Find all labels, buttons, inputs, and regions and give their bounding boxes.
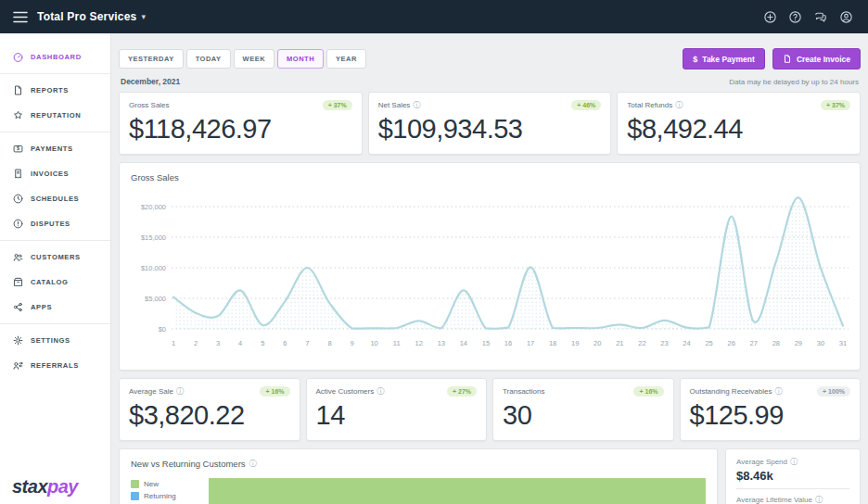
svg-text:29: 29 bbox=[795, 339, 802, 347]
sidebar-item-referrals[interactable]: REFERRALS bbox=[0, 353, 110, 378]
sidebar-item-settings[interactable]: SETTINGS bbox=[0, 328, 110, 353]
info-icon[interactable]: ⓘ bbox=[413, 102, 420, 109]
reports-icon bbox=[12, 84, 24, 96]
gross-sales-line-chart: $0$5,000$10,000$15,000$20,00012345678910… bbox=[131, 183, 849, 368]
svg-text:22: 22 bbox=[638, 339, 645, 347]
disputes-icon bbox=[12, 218, 24, 230]
change-badge: + 27% bbox=[447, 386, 477, 397]
invoices-icon bbox=[12, 168, 24, 180]
svg-text:$15,000: $15,000 bbox=[141, 233, 166, 242]
add-circle-icon[interactable] bbox=[763, 10, 777, 24]
sidebar-item-payments[interactable]: $ PAYMENTS bbox=[0, 136, 110, 161]
sidebar-divider bbox=[0, 132, 110, 132]
sidebar-item-customers[interactable]: CUSTOMERS bbox=[0, 245, 110, 270]
dollar-icon: $ bbox=[693, 55, 697, 64]
gross-sales-chart-card: Gross Sales $0$5,000$10,000$15,000$20,00… bbox=[119, 162, 861, 371]
payments-icon: $ bbox=[12, 143, 24, 155]
sidebar-divider bbox=[0, 323, 110, 324]
change-badge: + 100% bbox=[817, 386, 850, 397]
svg-text:4: 4 bbox=[238, 339, 242, 347]
tab-today[interactable]: TODAY bbox=[186, 49, 231, 69]
stat-value: $8,492.44 bbox=[627, 114, 850, 145]
info-icon[interactable]: ⓘ bbox=[774, 388, 782, 396]
stat-card-average-sale: Average Saleⓘ + 16% $3,820.22 bbox=[119, 378, 300, 441]
svg-text:25: 25 bbox=[705, 339, 712, 347]
stat-card-outstanding-receivables: Outstanding Receivablesⓘ + 100% $125.99 bbox=[680, 378, 862, 441]
sidebar-item-disputes[interactable]: DISPUTES bbox=[0, 211, 110, 236]
svg-text:$0: $0 bbox=[159, 325, 166, 334]
info-icon[interactable]: ⓘ bbox=[675, 102, 683, 109]
sidebar-item-catalog[interactable]: CATALOG bbox=[0, 270, 110, 295]
sidebar-divider bbox=[0, 240, 110, 241]
svg-text:9: 9 bbox=[350, 339, 353, 347]
change-badge: + 46% bbox=[571, 100, 601, 110]
legend-item-returning: Returning bbox=[131, 492, 209, 500]
schedules-icon bbox=[12, 193, 24, 205]
change-badge: + 16% bbox=[633, 386, 663, 397]
tab-week[interactable]: WEEK bbox=[234, 49, 275, 69]
customers-icon bbox=[12, 251, 24, 263]
svg-text:20: 20 bbox=[594, 339, 601, 347]
stat-card-net-sales: Net Salesⓘ + 46% $109,934.53 bbox=[368, 92, 612, 155]
apps-icon bbox=[12, 301, 24, 313]
sidebar: DASHBOARD REPORTS REPUTATION $ PAYMENTS … bbox=[0, 33, 111, 504]
legend-item-new: New bbox=[131, 480, 209, 488]
stat-value: $3,820.22 bbox=[129, 400, 290, 431]
info-icon[interactable]: ⓘ bbox=[815, 497, 823, 504]
info-icon[interactable]: ⓘ bbox=[176, 388, 184, 396]
sidebar-divider bbox=[0, 73, 110, 74]
svg-text:15: 15 bbox=[482, 339, 490, 347]
new-swatch bbox=[131, 480, 139, 488]
tab-yesterday[interactable]: YESTERDAY bbox=[119, 49, 184, 69]
sidebar-item-reputation[interactable]: REPUTATION bbox=[0, 103, 110, 128]
main-content: YESTERDAY TODAY WEEK MONTH YEAR $ Take P… bbox=[111, 33, 868, 504]
svg-text:3: 3 bbox=[216, 339, 220, 347]
stat-value: 14 bbox=[316, 400, 478, 431]
average-lifetime-value-label: Average Lifetime Value bbox=[736, 496, 812, 504]
svg-text:16: 16 bbox=[504, 339, 512, 347]
sidebar-item-schedules[interactable]: SCHEDULES bbox=[0, 186, 110, 211]
take-payment-button[interactable]: $ Take Payment bbox=[683, 48, 765, 69]
sidebar-item-invoices[interactable]: INVOICES bbox=[0, 161, 110, 186]
new-customers-bar bbox=[209, 478, 706, 504]
info-icon[interactable]: ⓘ bbox=[377, 388, 384, 396]
svg-text:24: 24 bbox=[683, 339, 690, 347]
account-icon[interactable] bbox=[839, 10, 853, 24]
svg-text:18: 18 bbox=[549, 339, 556, 347]
messages-icon[interactable] bbox=[813, 10, 828, 24]
svg-text:5: 5 bbox=[261, 339, 264, 347]
svg-text:$10,000: $10,000 bbox=[141, 264, 166, 272]
stat-card-active-customers: Active Customersⓘ + 27% 14 bbox=[306, 378, 488, 441]
stat-value: $109,934.53 bbox=[378, 114, 602, 145]
svg-text:$5,000: $5,000 bbox=[145, 295, 166, 303]
stat-value: 30 bbox=[503, 400, 664, 431]
org-switcher[interactable]: Total Pro Services ▾ bbox=[37, 10, 146, 23]
tab-year[interactable]: YEAR bbox=[326, 49, 366, 69]
sidebar-item-dashboard[interactable]: DASHBOARD bbox=[0, 44, 110, 69]
customers-legend: New Returning bbox=[131, 478, 209, 504]
svg-text:12: 12 bbox=[415, 339, 423, 347]
period-label: December, 2021 bbox=[121, 77, 180, 86]
sidebar-item-apps[interactable]: APPS bbox=[0, 295, 110, 320]
sidebar-item-reports[interactable]: REPORTS bbox=[0, 78, 110, 103]
section-title: New vs Returning Customers bbox=[131, 459, 246, 469]
chevron-down-icon: ▾ bbox=[141, 12, 146, 21]
info-icon[interactable]: ⓘ bbox=[249, 460, 257, 468]
info-icon[interactable]: ⓘ bbox=[790, 459, 798, 466]
stat-card-transactions: Transactions + 16% 30 bbox=[492, 378, 674, 441]
svg-text:14: 14 bbox=[460, 339, 467, 347]
tab-month[interactable]: MONTH bbox=[277, 49, 324, 69]
average-spend-label: Average Spend bbox=[736, 458, 787, 466]
change-badge: + 37% bbox=[821, 100, 850, 110]
average-spend-value: $8.46k bbox=[736, 469, 849, 483]
period-tabs: YESTERDAY TODAY WEEK MONTH YEAR bbox=[119, 49, 366, 69]
svg-text:31: 31 bbox=[839, 339, 847, 347]
create-invoice-button[interactable]: Create Invoice bbox=[772, 48, 861, 69]
app-root: Total Pro Services ▾ DASHBOARD bbox=[0, 0, 868, 504]
reputation-icon bbox=[12, 109, 24, 121]
menu-icon[interactable] bbox=[13, 11, 28, 23]
divider bbox=[736, 488, 849, 489]
new-vs-returning-card: New vs Returning Customers ⓘ New Returni… bbox=[119, 448, 718, 504]
help-icon[interactable] bbox=[788, 10, 802, 24]
svg-text:30: 30 bbox=[817, 339, 824, 347]
